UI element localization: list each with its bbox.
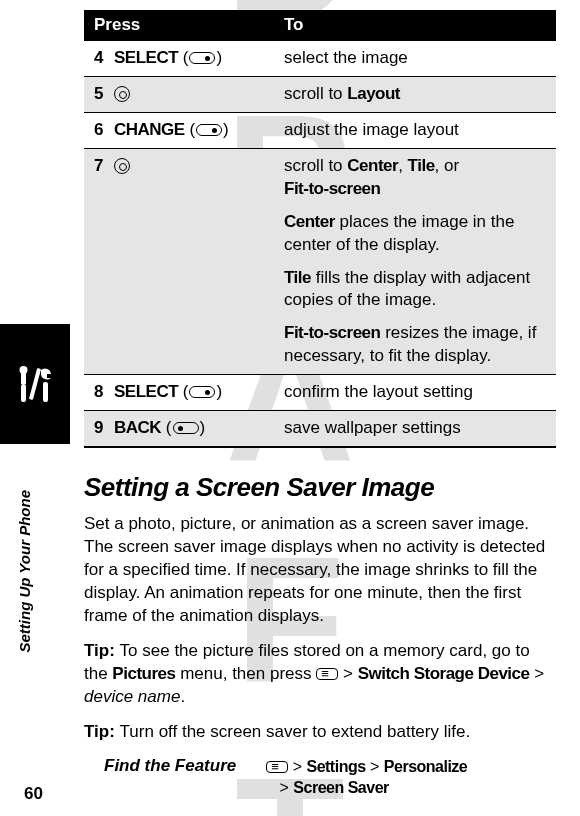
- find-feature-row: Find the Feature > Settings > Personaliz…: [84, 756, 556, 799]
- tip-paragraph: Tip: To see the picture files stored on …: [84, 640, 556, 709]
- table-row: 7 scroll to Center, Tile, or Fit-to-scre…: [84, 148, 556, 375]
- right-softkey-icon: [189, 386, 215, 398]
- menu-key-icon: [266, 761, 288, 773]
- right-softkey-icon: [189, 52, 215, 64]
- page-content: Press To 4 SELECT () select the image 5 …: [0, 0, 580, 809]
- find-feature-path: > Settings > Personalize > Screen Saver: [266, 756, 467, 799]
- table-row: 5 scroll to Layout: [84, 76, 556, 112]
- select-key-label: SELECT: [114, 48, 178, 67]
- section-heading: Setting a Screen Saver Image: [84, 472, 556, 503]
- instruction-table: Press To 4 SELECT () select the image 5 …: [84, 10, 556, 448]
- col-press: Press: [84, 10, 274, 41]
- table-row: 8 SELECT () confirm the layout setting: [84, 375, 556, 411]
- table-row: 4 SELECT () select the image: [84, 41, 556, 76]
- left-softkey-icon: [173, 422, 199, 434]
- tip-paragraph: Tip: Turn off the screen saver to extend…: [84, 721, 556, 744]
- col-to: To: [274, 10, 556, 41]
- select-key-label: SELECT: [114, 382, 178, 401]
- table-row: 9 BACK () save wallpaper settings: [84, 411, 556, 447]
- back-key-label: BACK: [114, 418, 161, 437]
- nav-key-icon: [114, 158, 130, 174]
- menu-key-icon: [316, 668, 338, 680]
- table-row: 6 CHANGE () adjust the image layout: [84, 112, 556, 148]
- body-paragraph: Set a photo, picture, or animation as a …: [84, 513, 556, 628]
- change-key-label: CHANGE: [114, 120, 185, 139]
- find-feature-label: Find the Feature: [104, 756, 236, 799]
- nav-key-icon: [114, 86, 130, 102]
- right-softkey-icon: [196, 124, 222, 136]
